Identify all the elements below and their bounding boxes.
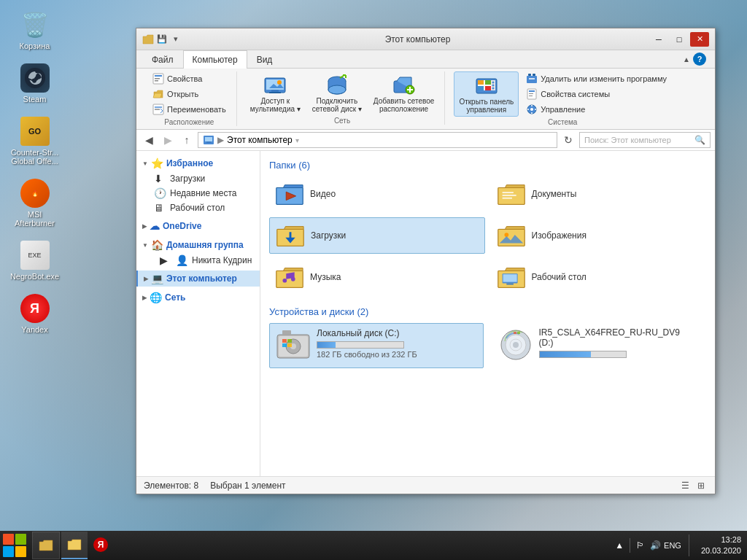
sidebar-item-nikita[interactable]: ▶ 👤 Никита Кудрин — [136, 253, 260, 268]
remove-program-icon — [526, 73, 538, 85]
sidebar-header-favorites[interactable]: ▼ ⭐ Избранное — [136, 155, 260, 171]
sidebar-item-desktop[interactable]: 🖥 Рабочий стол — [136, 201, 260, 215]
d-drive-name-line2: (D:) — [539, 338, 554, 348]
folder-icon-downloads — [276, 222, 305, 249]
desktop-icon-negrobot[interactable]: EXE NegroBot.exe — [7, 238, 62, 284]
desktop-icon-steam[interactable]: Steam — [7, 61, 62, 106]
maximize-button[interactable]: □ — [670, 32, 689, 47]
folder-item-video[interactable]: Видео — [269, 176, 485, 211]
media-label: Доступ кмультимедиа ▾ — [250, 97, 301, 113]
thispc-icon: 💻 — [151, 273, 163, 284]
tray-flag-icon[interactable]: 🏳 — [635, 540, 646, 551]
quick-down-icon[interactable]: ▾ — [170, 34, 182, 45]
ribbon-collapse-btn[interactable]: ▲ — [683, 55, 690, 63]
address-input[interactable]: ▶ Этот компьютер ▾ — [198, 132, 557, 148]
title-quick-bar: 💾 ▾ — [142, 34, 182, 45]
window-title: Этот компьютер — [186, 34, 649, 44]
start-button[interactable] — [0, 531, 29, 560]
properties-label: Свойства — [167, 74, 202, 83]
folder-name-desktop-f: Рабочий стол — [532, 272, 587, 282]
drive-item-c[interactable]: Локальный диск (C:) 182 ГБ свободно из 2… — [269, 323, 484, 368]
open-icon — [152, 88, 164, 100]
tray-arrow-icon[interactable]: ▲ — [614, 540, 625, 551]
ribbon-btn-remove-program[interactable]: Удалить или изменить программу — [522, 71, 671, 86]
minimize-button[interactable]: ─ — [649, 32, 668, 47]
ribbon-btn-management[interactable]: Управление — [522, 102, 671, 117]
ribbon-btn-open[interactable]: Открыть — [148, 87, 231, 101]
c-drive-free: 182 ГБ свободно из 232 ГБ — [317, 350, 417, 359]
quick-save-icon[interactable]: 💾 — [156, 34, 168, 45]
back-button[interactable]: ◀ — [141, 132, 157, 148]
svg-rect-10 — [269, 92, 281, 93]
sidebar-header-network[interactable]: ▶ 🌐 Сеть — [136, 289, 260, 306]
sidebar-header-onedrive[interactable]: ▶ ☁ OneDrive — [136, 218, 260, 234]
forward-button[interactable]: ▶ — [160, 132, 176, 148]
folder-item-downloads[interactable]: Загрузки — [269, 217, 485, 254]
msi-label-line2: Afterburner — [15, 219, 55, 228]
svg-rect-23 — [478, 80, 484, 85]
management-label: Управление — [541, 105, 585, 114]
c-drive-icon — [276, 328, 311, 363]
desktop-icon-msi[interactable]: 🔥 MSI Afterburner — [7, 176, 62, 230]
svg-rect-52 — [502, 198, 511, 199]
desktop: 🗑️ Корзина Steam GO Counter-Str... Globa… — [0, 0, 747, 560]
search-box[interactable]: Поиск: Этот компьютер 🔍 — [579, 132, 711, 148]
folder-item-documents[interactable]: Документы — [491, 176, 707, 211]
sidebar-header-homegroup[interactable]: ▼ 🏠 Домашняя группа — [136, 237, 260, 253]
folder-item-desktop-f[interactable]: Рабочий стол — [491, 260, 707, 295]
ribbon-tab-view[interactable]: Вид — [247, 50, 282, 69]
view-tiles-btn[interactable]: ⊞ — [694, 479, 708, 492]
folder-name-documents: Документы — [532, 189, 577, 199]
ribbon-btn-media[interactable]: Доступ кмультимедиа ▾ — [246, 71, 305, 115]
taskbar-folder-icon — [37, 537, 55, 554]
ribbon-tab-computer[interactable]: Компьютер — [183, 50, 247, 69]
drive-item-d[interactable]: IR5_CSLA_X64FREO_RU-RU_DV9 (D:) — [492, 323, 707, 368]
desktop-icon-csgo[interactable]: GO Counter-Str... Global Offe... — [7, 114, 62, 168]
ribbon-btn-sys-properties[interactable]: Свойства системы — [522, 87, 671, 101]
desktop-folder-icon: 🖥 — [154, 202, 166, 214]
clock-date: 20.03.2020 — [701, 545, 741, 556]
help-button[interactable]: ? — [693, 52, 706, 66]
svg-point-13 — [328, 85, 346, 94]
c-drive-info: Локальный диск (C:) 182 ГБ свободно из 2… — [317, 328, 417, 359]
ribbon-btn-connect-disk[interactable]: Подключитьсетевой диск ▾ — [308, 71, 366, 115]
close-button[interactable]: ✕ — [690, 32, 709, 47]
svg-rect-2 — [155, 75, 162, 77]
taskbar-item-explorer[interactable] — [61, 532, 88, 559]
ribbon-btn-control-panel[interactable]: Открыть панельуправления — [454, 71, 519, 117]
ribbon-group-network: Доступ кмультимедиа ▾ — [240, 71, 446, 125]
tray-lang[interactable]: ENG — [664, 541, 681, 550]
connect-disk-label: Подключитьсетевой диск ▾ — [312, 97, 362, 113]
taskbar-items: Я — [32, 531, 614, 560]
ribbon-tab-file[interactable]: Файл — [142, 50, 183, 69]
taskbar-item-filemanager[interactable] — [32, 532, 60, 559]
folders-grid: Видео Докумен — [269, 176, 706, 295]
sidebar-header-thispc[interactable]: ▶ 💻 Этот компьютер — [136, 271, 260, 287]
taskbar-item-yandex[interactable]: Я — [88, 532, 114, 559]
folder-item-images[interactable]: Изображения — [491, 217, 707, 254]
rename-icon — [152, 104, 164, 115]
d-drive-bar-container — [539, 351, 627, 358]
clock-separator — [689, 534, 689, 556]
sidebar-item-downloads[interactable]: ⬇ Загрузки — [136, 171, 260, 186]
ribbon-btn-rename[interactable]: Переименовать — [148, 102, 231, 117]
svg-rect-47 — [206, 141, 211, 143]
refresh-button[interactable]: ↻ — [560, 132, 576, 148]
sidebar-section-onedrive: ▶ ☁ OneDrive — [136, 218, 260, 234]
clock-time: 13:28 — [701, 534, 741, 545]
svg-rect-4 — [155, 80, 158, 82]
sidebar-item-recent[interactable]: 🕐 Недавние места — [136, 186, 260, 201]
onedrive-icon: ☁ — [150, 220, 160, 232]
ribbon-btn-add-location[interactable]: Добавить сетевоерасположение — [369, 71, 439, 115]
ribbon-btn-properties[interactable]: Свойства — [148, 71, 231, 86]
folder-item-music[interactable]: Музыка — [269, 260, 485, 295]
svg-point-11 — [277, 80, 282, 85]
clock[interactable]: 13:28 20.03.2020 — [701, 534, 741, 557]
up-button[interactable]: ↑ — [179, 132, 195, 148]
desktop-icon-recycle[interactable]: 🗑️ Корзина — [7, 7, 62, 53]
address-dropdown-icon[interactable]: ▾ — [295, 136, 299, 144]
svg-point-58 — [282, 279, 287, 283]
desktop-icon-yandex[interactable]: Я Yandex — [7, 291, 62, 337]
view-details-btn[interactable]: ☰ — [678, 479, 692, 492]
tray-volume-icon[interactable]: 🔊 — [649, 540, 661, 551]
